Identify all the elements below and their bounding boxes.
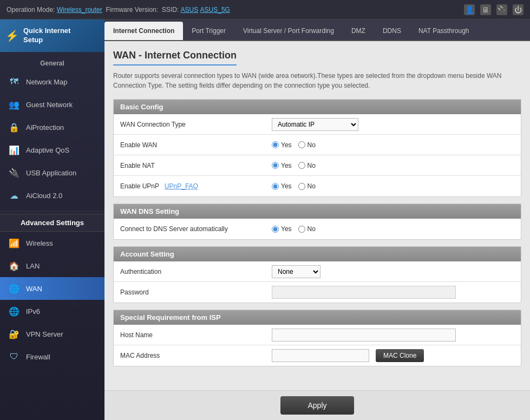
page-description: Router supports several connection types…	[113, 71, 521, 90]
sidebar-item-lan[interactable]: 🏠 LAN	[0, 254, 104, 277]
sidebar-divider	[0, 211, 104, 212]
usb-icon[interactable]: 🔌	[496, 4, 507, 15]
ssid-label: SSID:	[162, 6, 179, 14]
host-name-value	[265, 325, 521, 345]
sidebar-item-firewall[interactable]: 🛡 Firewall	[0, 345, 104, 368]
wan-dns-body: Connect to DNS Server automatically Yes …	[114, 219, 521, 239]
sidebar-item-guest-network[interactable]: 👥 Guest Network	[0, 93, 104, 116]
sidebar-item-usb-application[interactable]: 🔌 USB Application	[0, 161, 104, 184]
apply-button[interactable]: Apply	[280, 396, 354, 415]
authentication-row: Authentication None PAP CHAP MS-CHAP	[114, 261, 521, 282]
enable-upnp-no[interactable]: No	[298, 182, 316, 190]
sidebar-item-aiprotection[interactable]: 🔒 AiProtection	[0, 116, 104, 139]
account-setting-header: Account Setting	[114, 247, 521, 261]
power-icon[interactable]: ⏻	[513, 4, 524, 15]
special-req-section: Special Requirement from ISP Host Name M…	[113, 310, 521, 366]
tab-nat-passthrough[interactable]: NAT Passthrough	[410, 22, 478, 40]
vpn-server-icon: 🔐	[8, 327, 21, 340]
aiprotection-icon: 🔒	[8, 121, 21, 134]
page-title: WAN - Internet Connection	[113, 50, 237, 65]
connect-dns-yes[interactable]: Yes	[272, 225, 292, 233]
vpn-server-label: VPN Server	[26, 330, 63, 338]
wan-connection-type-row: WAN Connection Type Automatic IP PPPoE P…	[114, 114, 521, 135]
host-name-input[interactable]	[272, 329, 456, 342]
sidebar-item-vpn-server[interactable]: 🔐 VPN Server	[0, 323, 104, 345]
sidebar: ⚡ Quick InternetSetup General 🗺 Network …	[0, 19, 104, 420]
enable-upnp-radio-group: Yes No	[272, 182, 316, 190]
tab-dmz[interactable]: DMZ	[343, 22, 374, 40]
ssid-2g[interactable]: ASUS	[181, 6, 199, 14]
monitor-icon[interactable]: 🖥	[480, 4, 491, 15]
password-label: Password	[114, 284, 265, 300]
enable-wan-no[interactable]: No	[298, 141, 316, 149]
enable-wan-label: Enable WAN	[114, 137, 265, 153]
top-bar-icons: 👤 🖥 🔌 ⏻	[464, 4, 524, 15]
tab-virtual-server[interactable]: Virtual Server / Port Forwarding	[234, 22, 343, 40]
mac-address-label: MAC Address	[114, 347, 265, 364]
aiprotection-label: AiProtection	[26, 123, 64, 132]
mac-address-input[interactable]	[272, 349, 369, 362]
sidebar-item-adaptive-qos[interactable]: 📊 Adaptive QoS	[0, 139, 104, 161]
mac-clone-button[interactable]: MAC Clone	[376, 349, 424, 362]
sidebar-item-aicloud[interactable]: ☁ AiCloud 2.0	[0, 184, 104, 207]
host-name-label: Host Name	[114, 327, 265, 343]
quick-setup-item[interactable]: ⚡ Quick InternetSetup	[0, 19, 104, 52]
connect-dns-no[interactable]: No	[298, 225, 316, 233]
password-value	[265, 283, 521, 302]
firewall-icon: 🛡	[8, 350, 21, 363]
wan-dns-section: WAN DNS Setting Connect to DNS Server au…	[113, 204, 521, 240]
content-area: Internet Connection Port Trigger Virtual…	[104, 19, 530, 420]
enable-wan-radio-group: Yes No	[272, 141, 316, 149]
lan-label: LAN	[26, 262, 40, 270]
network-map-label: Network Map	[26, 78, 68, 86]
password-field[interactable]	[272, 286, 456, 299]
enable-upnp-yes[interactable]: Yes	[272, 182, 292, 190]
enable-nat-no[interactable]: No	[298, 162, 316, 169]
wan-dns-header: WAN DNS Setting	[114, 204, 521, 219]
usb-application-icon: 🔌	[8, 166, 21, 179]
guest-network-icon: 👥	[8, 98, 21, 111]
tab-ddns[interactable]: DDNS	[374, 22, 410, 40]
basic-config-body: WAN Connection Type Automatic IP PPPoE P…	[114, 114, 521, 196]
aicloud-icon: ☁	[8, 189, 21, 202]
enable-nat-label: Enable NAT	[114, 158, 265, 174]
adaptive-qos-label: Adaptive QoS	[26, 146, 69, 154]
sidebar-item-wireless[interactable]: 📶 Wireless	[0, 232, 104, 254]
general-section: General 🗺 Network Map 👥 Guest Network 🔒 …	[0, 52, 104, 209]
tab-internet-connection[interactable]: Internet Connection	[104, 22, 183, 40]
authentication-label: Authentication	[114, 264, 265, 280]
enable-upnp-row: Enable UPnP UPnP_FAQ Yes No	[114, 176, 521, 196]
wan-connection-type-value: Automatic IP PPPoE PPTP L2TP Static IP	[265, 115, 521, 134]
network-map-icon: 🗺	[8, 75, 21, 88]
connect-dns-radio-group: Yes No	[272, 225, 316, 233]
mode-value[interactable]: Wireless_router	[57, 6, 102, 14]
connect-dns-row: Connect to DNS Server automatically Yes …	[114, 219, 521, 239]
guest-network-label: Guest Network	[26, 101, 73, 109]
quick-setup-icon: ⚡	[5, 29, 19, 42]
connect-dns-value: Yes No	[265, 222, 521, 236]
usb-application-label: USB Application	[26, 169, 76, 177]
enable-nat-yes[interactable]: Yes	[272, 162, 292, 169]
sidebar-item-ipv6[interactable]: 🌐 IPv6	[0, 300, 104, 323]
ssid-5g[interactable]: ASUS_5G	[200, 6, 230, 14]
enable-wan-row: Enable WAN Yes No	[114, 135, 521, 155]
main-layout: ⚡ Quick InternetSetup General 🗺 Network …	[0, 19, 530, 420]
advanced-settings-label: Advanced Settings	[0, 214, 104, 232]
authentication-select[interactable]: None PAP CHAP MS-CHAP	[272, 265, 320, 278]
enable-wan-value: Yes No	[265, 138, 521, 152]
sidebar-item-wan[interactable]: 🌐 WAN	[0, 277, 104, 300]
tab-port-trigger[interactable]: Port Trigger	[183, 22, 234, 40]
enable-nat-radio-group: Yes No	[272, 162, 316, 169]
wan-connection-type-select[interactable]: Automatic IP PPPoE PPTP L2TP Static IP	[272, 118, 358, 131]
apply-row: Apply	[104, 390, 530, 420]
enable-wan-yes[interactable]: Yes	[272, 141, 292, 149]
general-label: General	[0, 56, 104, 70]
aicloud-label: AiCloud 2.0	[26, 192, 62, 200]
wan-label: WAN	[26, 285, 42, 293]
upnp-faq-link[interactable]: UPnP_FAQ	[165, 182, 198, 190]
password-row: Password	[114, 282, 521, 303]
user-icon[interactable]: 👤	[464, 4, 475, 15]
sidebar-item-network-map[interactable]: 🗺 Network Map	[0, 70, 104, 93]
account-setting-body: Authentication None PAP CHAP MS-CHAP Pas…	[114, 261, 521, 303]
wireless-icon: 📶	[8, 237, 21, 250]
